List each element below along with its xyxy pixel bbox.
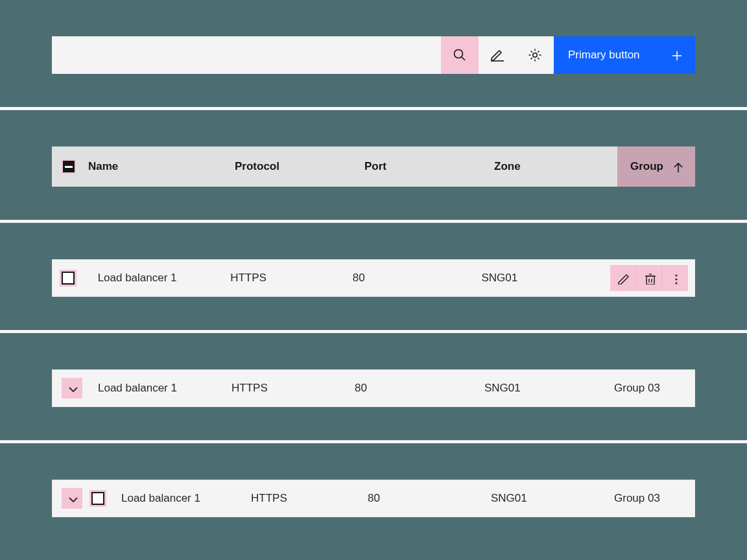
row-overflow-button[interactable] <box>662 265 688 291</box>
column-header-group[interactable]: Group <box>617 146 695 187</box>
column-header-group-label: Group <box>630 160 663 173</box>
table-row[interactable]: Load balancer 1 HTTPS 80 SNG01 Group 03 <box>52 369 695 407</box>
chevron-down-icon <box>65 492 78 505</box>
cell-name: Load balancer 1 <box>95 272 231 285</box>
primary-button[interactable]: Primary button <box>554 36 695 74</box>
cell-protocol: HTTPS <box>231 382 355 395</box>
edit-icon <box>490 47 505 63</box>
expand-toggle[interactable] <box>62 488 82 509</box>
row-actions <box>610 265 688 291</box>
cell-port: 80 <box>353 272 482 285</box>
search-icon <box>453 48 467 62</box>
chevron-down-icon <box>65 382 78 395</box>
table-header: Name Protocol Port Zone Group <box>52 146 695 187</box>
row-lead <box>53 378 95 399</box>
checkbox-indeterminate-icon <box>62 159 76 174</box>
row-lead <box>53 488 121 509</box>
settings-button[interactable] <box>516 36 554 74</box>
sort-ascending-icon <box>670 160 683 173</box>
table-row[interactable]: Load balancer 1 HTTPS 80 SNG01 <box>52 259 695 297</box>
column-header-protocol[interactable]: Protocol <box>228 160 358 173</box>
trash-icon <box>643 272 656 285</box>
expand-toggle[interactable] <box>62 378 82 399</box>
cell-group: Group 03 <box>614 492 694 505</box>
table-row[interactable]: Load balancer 1 HTTPS 80 SNG01 Group 03 <box>52 480 695 517</box>
row-checkbox[interactable] <box>62 272 75 285</box>
overflow-icon <box>669 272 682 285</box>
cell-protocol: HTTPS <box>251 492 368 505</box>
search-button[interactable] <box>441 36 479 74</box>
cell-protocol: HTTPS <box>230 272 353 285</box>
cell-port: 80 <box>355 382 484 395</box>
row-edit-button[interactable] <box>610 265 636 291</box>
edit-button[interactable] <box>479 36 516 74</box>
plus-icon <box>669 48 683 62</box>
gear-icon <box>527 47 543 63</box>
row-delete-button[interactable] <box>636 265 662 291</box>
toolbar-spacer <box>52 36 441 74</box>
row-select-cell <box>53 272 95 285</box>
primary-button-label: Primary button <box>568 49 640 62</box>
cell-name: Load balancer 1 <box>95 382 231 395</box>
table-toolbar: Primary button <box>52 36 695 74</box>
select-all-checkbox[interactable] <box>52 159 86 174</box>
cell-zone: SNG01 <box>484 382 614 395</box>
column-header-port[interactable]: Port <box>358 160 488 173</box>
cell-port: 80 <box>368 492 491 505</box>
column-header-zone[interactable]: Zone <box>488 160 617 173</box>
row-checkbox[interactable] <box>91 492 104 505</box>
cell-group: Group 03 <box>614 382 694 395</box>
edit-icon <box>617 272 630 285</box>
column-header-name[interactable]: Name <box>86 160 228 173</box>
cell-name: Load balancer 1 <box>121 492 251 505</box>
cell-zone: SNG01 <box>481 272 610 285</box>
cell-zone: SNG01 <box>491 492 614 505</box>
